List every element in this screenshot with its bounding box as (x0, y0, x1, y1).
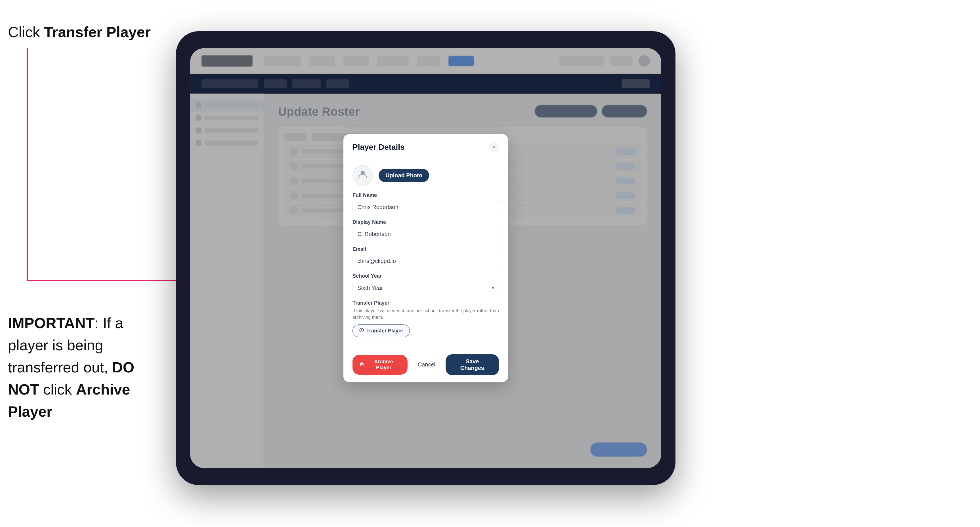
svg-rect-1 (360, 362, 363, 362)
upload-photo-label: Upload Photo (385, 172, 422, 178)
school-year-select[interactable]: First Year Second Year Third Year Fourth… (353, 281, 499, 295)
school-year-group: School Year First Year Second Year Third… (353, 273, 499, 295)
full-name-label: Full Name (353, 192, 499, 198)
display-name-input[interactable] (353, 227, 499, 241)
modal-title: Player Details (353, 143, 405, 152)
modal-overlay: Player Details × (190, 48, 661, 468)
upload-photo-button[interactable]: Upload Photo (379, 169, 429, 182)
archive-player-button[interactable]: Archive Player (353, 355, 407, 375)
modal-body: Upload Photo Full Name Display Name (344, 158, 508, 350)
save-changes-button[interactable]: Save Changes (445, 354, 499, 375)
instruction-bold: Transfer Player (44, 24, 151, 40)
transfer-section-description: If this player has moved to another scho… (353, 308, 499, 321)
archive-icon (359, 361, 364, 368)
app-chrome: Update Roster (190, 48, 661, 468)
cancel-button[interactable]: Cancel (412, 357, 441, 372)
transfer-player-button[interactable]: Transfer Player (353, 324, 410, 337)
full-name-input[interactable] (353, 200, 499, 214)
photo-avatar (353, 165, 373, 186)
instruction-bottom-suffix2: click (39, 381, 76, 398)
email-group: Email (353, 246, 499, 268)
instruction-top: Click Transfer Player (8, 23, 151, 42)
email-label: Email (353, 246, 499, 252)
photo-section: Upload Photo (353, 165, 499, 186)
school-year-select-wrapper: First Year Second Year Third Year Fourth… (353, 281, 499, 295)
svg-rect-2 (361, 363, 363, 365)
full-name-group: Full Name (353, 192, 499, 214)
archive-player-label: Archive Player (367, 359, 401, 371)
instruction-prefix: Click (8, 24, 44, 40)
tablet-screen: Update Roster (190, 48, 661, 468)
display-name-label: Display Name (353, 219, 499, 225)
transfer-section: Transfer Player If this player has moved… (353, 300, 499, 337)
transfer-player-label: Transfer Player (366, 328, 403, 334)
arrow-vertical (27, 48, 28, 281)
school-year-label: School Year (353, 273, 499, 279)
modal-close-button[interactable]: × (489, 142, 499, 152)
player-details-modal: Player Details × (344, 134, 508, 382)
modal-footer: Archive Player Cancel Save Changes (344, 350, 508, 382)
person-icon (358, 169, 368, 181)
transfer-section-title: Transfer Player (353, 300, 499, 306)
email-input[interactable] (353, 254, 499, 268)
tablet-device: Update Roster (176, 31, 676, 485)
close-icon: × (492, 144, 496, 151)
transfer-icon (359, 328, 364, 334)
instruction-important: IMPORTANT (8, 315, 94, 331)
display-name-group: Display Name (353, 219, 499, 241)
modal-header: Player Details × (344, 134, 508, 158)
instruction-bottom: IMPORTANT: If a player is being transfer… (8, 312, 167, 422)
